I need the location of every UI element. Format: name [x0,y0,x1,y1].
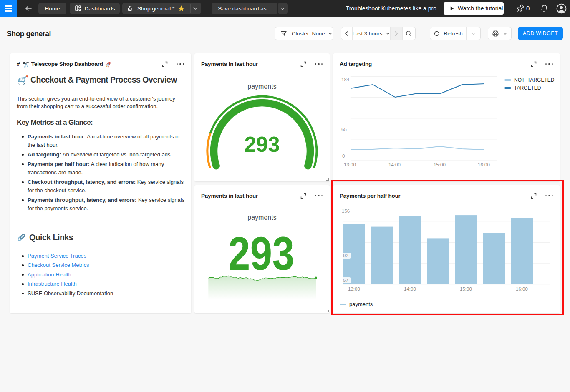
svg-text:293: 293 [244,133,280,156]
